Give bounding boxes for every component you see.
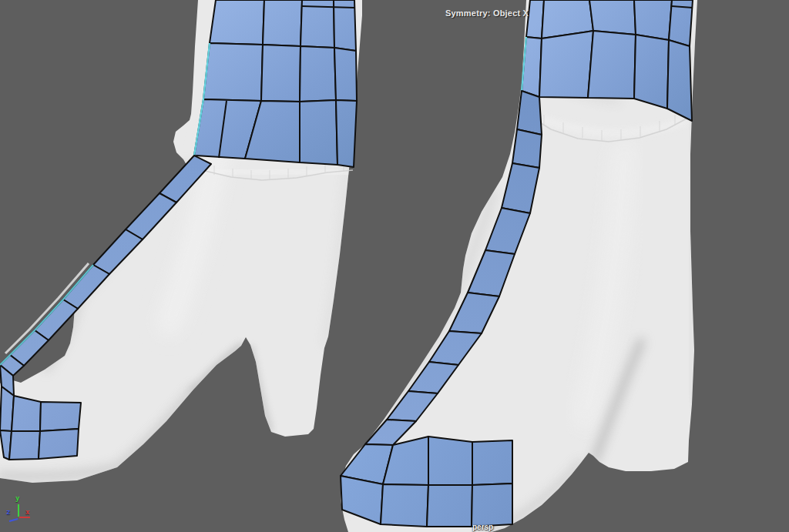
axis-y-label: y [15, 494, 19, 502]
axis-z-label: z [6, 508, 10, 516]
symmetry-status-label: Symmetry: Object X [445, 8, 529, 18]
left-leg-retopo-mesh[interactable] [194, 0, 357, 167]
viewport-3d[interactable]: Symmetry: Object X persp y x z [0, 0, 789, 532]
camera-name-label: persp [472, 523, 493, 531]
axis-x-label: x [25, 508, 29, 516]
